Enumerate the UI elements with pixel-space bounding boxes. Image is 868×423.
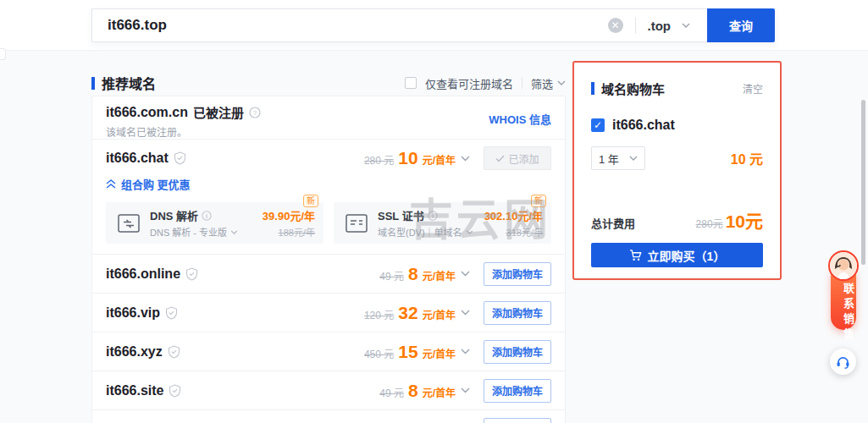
original-price: 280 元 bbox=[364, 152, 394, 167]
only-available-checkbox[interactable] bbox=[405, 77, 417, 89]
current-price: 8 bbox=[408, 264, 418, 284]
sidebar-collapse-handle[interactable] bbox=[0, 48, 6, 60]
registered-desc: 该域名已被注册。 bbox=[106, 124, 551, 139]
add-to-cart-button[interactable]: 添加购物车 bbox=[484, 418, 551, 423]
title-accent-bar bbox=[591, 82, 594, 95]
cart-item-checkbox[interactable]: ✓ bbox=[591, 118, 605, 132]
cart-item-name: it666.chat bbox=[612, 118, 675, 133]
support-headset-button[interactable] bbox=[830, 349, 856, 375]
top-search-band: ✕ .top 查询 bbox=[0, 0, 868, 51]
tld-label: .top bbox=[648, 19, 672, 33]
add-to-cart-button[interactable]: 添加购物车 bbox=[484, 379, 551, 403]
domain-cart-panel: 域名购物车 清空 ✓ it666.chat 1 年 10 元 总计费用 280元… bbox=[572, 61, 782, 280]
domain-row: it666.site 49 元8元/首年 添加购物车 bbox=[92, 371, 565, 409]
divider bbox=[635, 17, 636, 34]
add-to-cart-button[interactable]: 添加购物车 bbox=[484, 301, 551, 325]
check-icon bbox=[495, 155, 505, 162]
current-price: 38 bbox=[398, 420, 417, 423]
current-price: 15 bbox=[398, 342, 417, 362]
price-group: 280 元 10 元/首年 bbox=[364, 148, 456, 168]
headset-icon bbox=[836, 355, 850, 369]
dns-price: 39.90元/年 bbox=[263, 207, 315, 223]
search-input-wrap: ✕ .top bbox=[91, 8, 707, 42]
domain-row-chat: it666.chat 280 元 10 元/首年 已添加 bbox=[92, 139, 565, 254]
domain-name: it666.online bbox=[106, 266, 180, 282]
recommend-header: 推荐域名 仅查看可注册域名 筛选 bbox=[91, 73, 566, 93]
combo-label: 组合购 更优惠 bbox=[121, 176, 191, 192]
added-button: 已添加 bbox=[484, 146, 551, 170]
buy-now-button[interactable]: 立即购买（1） bbox=[591, 243, 763, 267]
price-unit: 元/首年 bbox=[423, 307, 456, 321]
add-to-cart-button[interactable]: 添加购物车 bbox=[484, 340, 551, 364]
dns-title: DNS 解析 bbox=[150, 207, 198, 223]
total-price: 10元 bbox=[726, 207, 763, 233]
original-price: 120 元 bbox=[364, 307, 394, 321]
domain-row: it666.vip 120 元32元/首年 添加购物车 bbox=[92, 293, 565, 332]
new-badge: 新 bbox=[303, 195, 318, 207]
domain-row: it666.online 49 元8元/首年 添加购物车 bbox=[92, 254, 565, 293]
price-unit: 元/首年 bbox=[423, 268, 456, 283]
filter-label: 筛选 bbox=[531, 75, 553, 91]
svg-text:?: ? bbox=[253, 109, 257, 117]
dns-icon bbox=[116, 212, 141, 234]
shield-check-icon bbox=[174, 151, 186, 165]
only-available-label[interactable]: 仅查看可注册域名 bbox=[425, 75, 513, 91]
ssl-icon bbox=[344, 212, 369, 234]
dns-upsell-card[interactable]: 新 DNS 解析 i DNS 解析 - 专业版 bbox=[106, 202, 323, 244]
domain-name: it666.中国 bbox=[106, 420, 168, 423]
domain-name: it666.vip bbox=[106, 305, 160, 321]
ssl-upsell-card[interactable]: 新 SSL 证书 i 域名型(DV)｜单域名 bbox=[334, 202, 551, 244]
shield-check-icon bbox=[169, 384, 181, 398]
domain-row: it666.xyz 450 元15元/首年 添加购物车 bbox=[92, 332, 565, 371]
ssl-original-price: 318元/年 bbox=[484, 225, 543, 239]
support-agent-avatar[interactable] bbox=[828, 250, 859, 281]
cart-icon bbox=[629, 250, 642, 261]
chevron-down-icon[interactable] bbox=[461, 349, 470, 354]
dns-original-price: 188元/年 bbox=[263, 225, 315, 239]
chevron-down-icon bbox=[466, 230, 473, 234]
original-price: 49 元 bbox=[379, 268, 404, 283]
chevron-down-icon[interactable] bbox=[461, 310, 470, 316]
chevron-down-icon bbox=[682, 23, 690, 28]
tld-select[interactable]: .top bbox=[648, 19, 708, 33]
clear-icon[interactable]: ✕ bbox=[608, 18, 623, 33]
price-unit: 元/首年 bbox=[423, 385, 456, 399]
new-badge: 新 bbox=[531, 195, 546, 207]
results-card: it666.com.cn 已被注册 ? 该域名已被注册。 WHOIS 信息 it… bbox=[91, 96, 566, 423]
search-input[interactable] bbox=[92, 17, 608, 34]
filter-dropdown[interactable]: 筛选 bbox=[531, 75, 566, 91]
term-select[interactable]: 1 年 bbox=[591, 146, 645, 170]
dns-plan-select[interactable]: DNS 解析 - 专业版 bbox=[150, 225, 238, 239]
shield-check-icon bbox=[185, 267, 198, 281]
domain-name: it666.com.cn bbox=[106, 105, 188, 120]
combo-toggle[interactable]: 组合购 更优惠 bbox=[106, 176, 551, 192]
domain-name: it666.site bbox=[106, 383, 163, 398]
ssl-plan-select[interactable]: 域名型(DV)｜单域名 bbox=[378, 225, 473, 239]
info-icon[interactable]: i bbox=[428, 211, 438, 221]
ssl-price: 302.10元/年 bbox=[484, 207, 543, 223]
chevron-down-icon[interactable] bbox=[461, 387, 470, 393]
section-title: 推荐域名 bbox=[102, 73, 156, 93]
chevron-down-icon[interactable] bbox=[461, 271, 470, 277]
cart-clear-link[interactable]: 清空 bbox=[743, 81, 763, 96]
registered-status: 已被注册 bbox=[193, 103, 244, 121]
info-icon[interactable]: i bbox=[202, 211, 212, 221]
registered-domain-row: it666.com.cn 已被注册 ? 该域名已被注册。 WHOIS 信息 bbox=[92, 96, 565, 139]
info-icon: ? bbox=[249, 107, 261, 118]
shield-check-icon bbox=[165, 306, 178, 320]
title-accent-bar bbox=[91, 77, 95, 90]
search-button[interactable]: 查询 bbox=[707, 8, 775, 42]
current-price: 10 bbox=[398, 148, 417, 168]
price-unit: 元/首年 bbox=[423, 346, 456, 360]
domain-search-bar: ✕ .top 查询 bbox=[91, 8, 775, 42]
whois-link[interactable]: WHOIS 信息 bbox=[489, 111, 551, 127]
domain-row: it666.中国 i 320 元38元/首年 添加购物车 bbox=[92, 409, 565, 423]
current-price: 8 bbox=[408, 381, 418, 401]
chevron-down-icon bbox=[230, 230, 238, 234]
chevron-down-icon[interactable] bbox=[461, 156, 470, 162]
total-label: 总计费用 bbox=[591, 215, 635, 231]
add-to-cart-button[interactable]: 添加购物车 bbox=[484, 262, 551, 286]
scrollbar[interactable] bbox=[861, 100, 865, 265]
cart-title: 域名购物车 bbox=[601, 80, 665, 97]
double-chevron-up-icon bbox=[106, 179, 116, 189]
